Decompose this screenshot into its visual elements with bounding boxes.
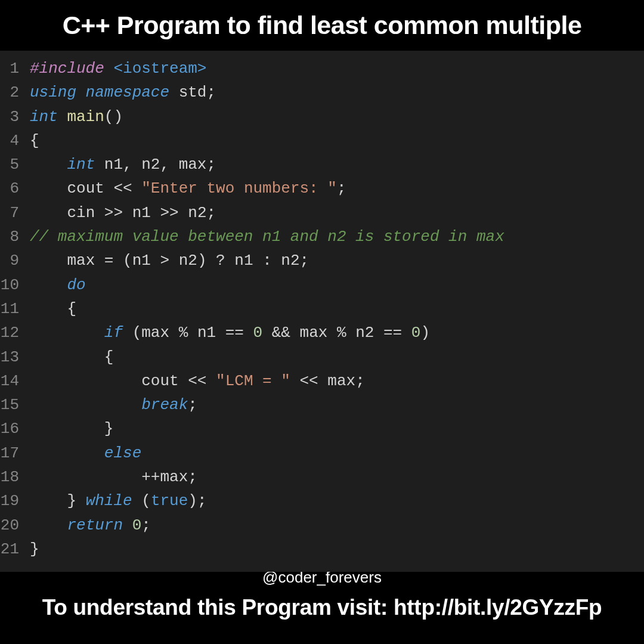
code-line: 2 using namespace std; bbox=[0, 80, 644, 104]
code-line: 6 cout << "Enter two numbers: "; bbox=[0, 177, 644, 200]
code-line: 10 do bbox=[0, 273, 644, 297]
line-number: 3 bbox=[0, 105, 30, 129]
code-line: 3 int main() bbox=[0, 105, 644, 129]
code-line: 14 cout << "LCM = " << max; bbox=[0, 369, 644, 393]
code-line: 20 return 0; bbox=[0, 513, 644, 537]
code-line: 11 { bbox=[0, 297, 644, 321]
line-number: 13 bbox=[0, 345, 30, 369]
line-number: 8 bbox=[0, 225, 30, 249]
line-number: 9 bbox=[0, 249, 30, 273]
code-line: 17 else bbox=[0, 441, 644, 465]
code-line: 5 int n1, n2, max; bbox=[0, 153, 644, 177]
code-line: 15 break; bbox=[0, 393, 644, 417]
line-number: 18 bbox=[0, 465, 30, 489]
code-line: 7 cin >> n1 >> n2; bbox=[0, 201, 644, 225]
line-number: 6 bbox=[0, 177, 30, 200]
line-number: 14 bbox=[0, 369, 30, 393]
line-number: 7 bbox=[0, 201, 30, 225]
code-block: 1 #include <iostream> 2 using namespace … bbox=[0, 51, 644, 572]
line-number: 15 bbox=[0, 393, 30, 417]
code-line: 16 } bbox=[0, 417, 644, 441]
line-number: 16 bbox=[0, 417, 30, 441]
footer-text: To understand this Program visit: http:/… bbox=[0, 587, 644, 628]
line-number: 12 bbox=[0, 321, 30, 345]
line-number: 19 bbox=[0, 489, 30, 513]
line-number: 11 bbox=[0, 297, 30, 321]
line-number: 21 bbox=[0, 537, 30, 561]
code-line: 13 { bbox=[0, 345, 644, 369]
code-line: 9 max = (n1 > n2) ? n1 : n2; bbox=[0, 249, 644, 273]
code-line: 19 } while (true); bbox=[0, 489, 644, 513]
code-line: 1 #include <iostream> bbox=[0, 57, 644, 80]
line-number: 2 bbox=[0, 80, 30, 104]
code-line: 4 { bbox=[0, 129, 644, 153]
line-number: 10 bbox=[0, 273, 30, 297]
line-number: 17 bbox=[0, 441, 30, 465]
line-number: 5 bbox=[0, 153, 30, 177]
code-line: 21 } bbox=[0, 537, 644, 561]
code-line: 18 ++max; bbox=[0, 465, 644, 489]
code-line: 12 if (max % n1 == 0 && max % n2 == 0) bbox=[0, 321, 644, 345]
code-line: 8 // maximum value between n1 and n2 is … bbox=[0, 225, 644, 249]
page-title: C++ Program to find least common multipl… bbox=[0, 0, 644, 46]
line-number: 1 bbox=[0, 57, 30, 80]
line-number: 4 bbox=[0, 129, 30, 153]
line-number: 20 bbox=[0, 513, 30, 537]
